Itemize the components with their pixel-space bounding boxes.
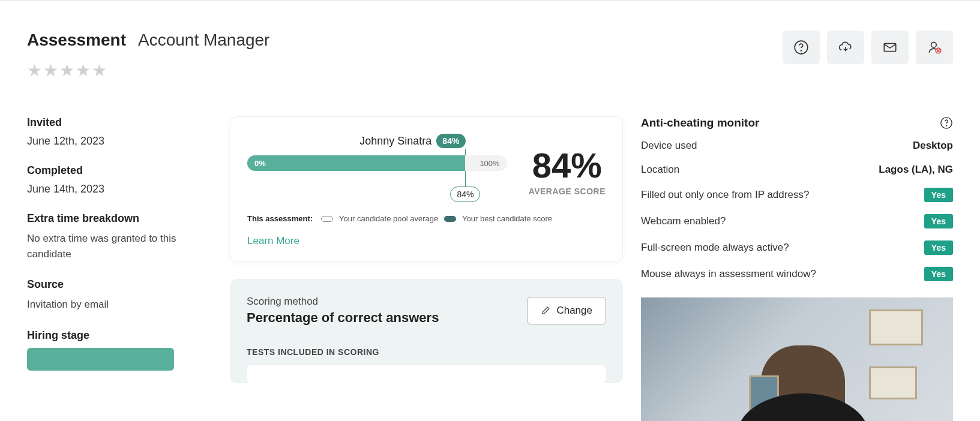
device-value: Desktop	[913, 140, 953, 152]
anti-row-mouse: Mouse always in assessment window? Yes	[641, 265, 953, 283]
source-value: Invitation by email	[27, 297, 195, 312]
anti-row-location: Location Lagos (LA), NG	[641, 162, 953, 178]
question-circle-icon[interactable]	[940, 116, 953, 130]
hiring-stage-section: Hiring stage	[27, 329, 195, 371]
change-button-label: Change	[556, 305, 592, 317]
score-bottom-pill: 84%	[450, 187, 480, 202]
remove-candidate-button[interactable]	[916, 31, 953, 64]
mouse-label: Mouse always in assessment window?	[641, 268, 816, 280]
scoring-method-label: Scoring method	[247, 296, 439, 308]
poster-decoration	[749, 375, 779, 421]
webcam-snapshot[interactable]	[641, 297, 953, 421]
page-header: Assessment Account Manager ★★★★★	[27, 31, 953, 80]
candidate-name: Johnny Sinatra	[359, 135, 431, 148]
cloud-download-icon	[838, 40, 853, 55]
score-card: Johnny Sinatra 84% 0% 100% 84% 8	[230, 116, 623, 262]
tests-included-heading: TESTS INCLUDED IN SCORING	[247, 347, 606, 357]
score-min-label: 0%	[254, 159, 266, 168]
anti-cheating-title: Anti-cheating monitor	[641, 116, 759, 130]
envelope-icon	[882, 40, 898, 55]
completed-section: Completed June 14th, 2023	[27, 164, 195, 196]
action-button-group	[783, 31, 953, 64]
download-button[interactable]	[827, 31, 864, 64]
anti-row-ip: Filled out only once from IP address? Ye…	[641, 186, 953, 204]
legend-swatch-best	[444, 216, 456, 222]
score-max-label: 100%	[479, 159, 499, 168]
photo-frame-decoration	[869, 309, 923, 345]
location-label: Location	[641, 164, 679, 176]
help-button[interactable]	[783, 31, 820, 64]
score-legend: This assessment: Your candidate pool ave…	[247, 214, 606, 223]
device-label: Device used	[641, 140, 697, 152]
svg-rect-2	[884, 44, 896, 52]
score-marker-bottom	[465, 171, 466, 188]
rating-stars[interactable]: ★★★★★	[27, 61, 269, 80]
photo-frame-decoration	[869, 366, 917, 399]
scoring-method-card: Scoring method Percentage of correct ans…	[230, 279, 623, 383]
average-score-value: 84%	[529, 145, 606, 185]
score-bar-fill	[247, 155, 465, 171]
change-scoring-button[interactable]: Change	[527, 297, 606, 324]
score-marker-top	[465, 149, 466, 155]
candidate-score-pill: 84%	[436, 134, 465, 148]
location-value: Lagos (LA), NG	[879, 164, 953, 176]
hiring-stage-label: Hiring stage	[27, 329, 195, 342]
completed-label: Completed	[27, 164, 195, 177]
hiring-stage-selector[interactable]	[27, 348, 174, 371]
extra-time-value: No extra time was granted to this candid…	[27, 231, 195, 261]
completed-date: June 14th, 2023	[27, 183, 195, 196]
assessment-label: Assessment	[27, 31, 126, 50]
ip-badge: Yes	[924, 188, 953, 202]
svg-point-3	[931, 42, 937, 47]
fullscreen-label: Full-screen mode always active?	[641, 242, 789, 254]
average-score-label: AVERAGE SCORE	[529, 187, 606, 196]
mouse-badge: Yes	[924, 267, 953, 281]
scoring-method-value: Percentage of correct answers	[247, 310, 439, 326]
user-remove-icon	[927, 40, 942, 55]
invited-section: Invited June 12th, 2023	[27, 116, 195, 148]
fullscreen-badge: Yes	[924, 240, 953, 255]
sidebar-metadata: Invited June 12th, 2023 Completed June 1…	[27, 116, 195, 421]
invited-label: Invited	[27, 116, 195, 129]
legend-swatch-avg	[321, 216, 333, 222]
extra-time-section: Extra time breakdown No extra time was g…	[27, 212, 195, 261]
anti-row-device: Device used Desktop	[641, 138, 953, 154]
assessment-name: Account Manager	[138, 31, 269, 50]
webcam-badge: Yes	[924, 214, 953, 228]
anti-cheating-panel: Anti-cheating monitor Device used Deskto…	[641, 116, 953, 421]
anti-row-webcam: Webcam enabled? Yes	[641, 212, 953, 230]
email-button[interactable]	[871, 31, 909, 64]
anti-row-fullscreen: Full-screen mode always active? Yes	[641, 239, 953, 257]
tests-panel	[247, 365, 606, 383]
pencil-icon	[541, 306, 550, 315]
invited-date: June 12th, 2023	[27, 135, 195, 148]
webcam-label: Webcam enabled?	[641, 215, 726, 227]
source-label: Source	[27, 278, 195, 291]
svg-point-6	[946, 125, 947, 126]
question-circle-icon	[793, 40, 809, 55]
score-bar: Johnny Sinatra 84% 0% 100% 84%	[247, 134, 507, 207]
svg-point-1	[801, 50, 801, 51]
source-section: Source Invitation by email	[27, 278, 195, 312]
legend-title: This assessment:	[247, 214, 313, 223]
learn-more-link[interactable]: Learn More	[247, 235, 299, 247]
legend-best-text: Your best candidate score	[462, 214, 552, 223]
ip-label: Filled out only once from IP address?	[641, 189, 809, 201]
extra-time-label: Extra time breakdown	[27, 212, 195, 225]
legend-avg-text: Your candidate pool average	[339, 214, 438, 223]
